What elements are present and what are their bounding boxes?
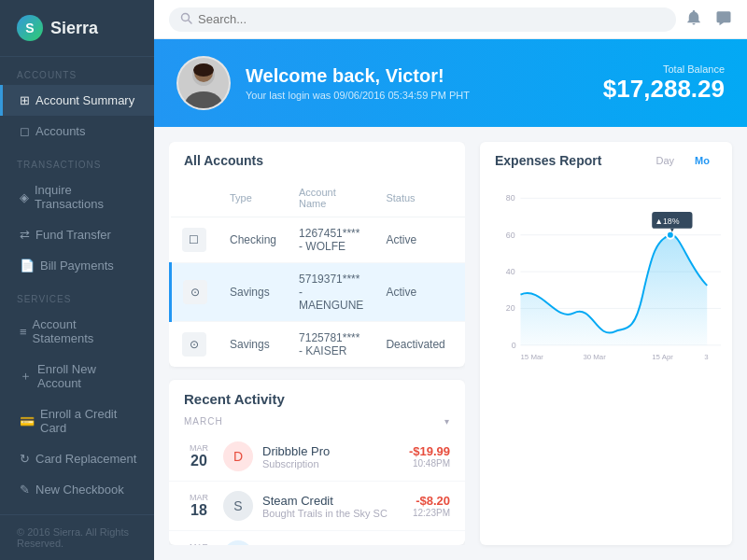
search-input[interactable] (198, 12, 366, 26)
account-currency-cell: USD (457, 263, 465, 322)
last-login-text: Your last login was 09/06/2016 05:34:59 … (246, 90, 588, 101)
credit-card-icon: 💳 (20, 414, 35, 428)
logo-area: S Sierra (0, 0, 154, 57)
sidebar-item-account-summary[interactable]: ⊞ Account Summary (0, 85, 154, 116)
sidebar-item-account-statements[interactable]: ≡ Account Statements (0, 309, 154, 354)
expenses-chart: 80 60 40 20 0 (491, 179, 721, 373)
account-type-cell: Savings (218, 263, 288, 322)
col-type: Type (218, 179, 288, 217)
nav-label-accounts: Accounts (0, 57, 154, 85)
account-status-cell: Active (374, 263, 456, 322)
svg-point-5 (193, 63, 214, 77)
sidebar-item-enroll-new-account[interactable]: ＋ Enroll New Account (0, 354, 154, 399)
content-area: All Accounts Type Account Name Status Cu… (154, 127, 747, 560)
activity-brand-icon: D (223, 441, 253, 471)
svg-text:0: 0 (512, 341, 516, 350)
enroll-account-icon: ＋ (20, 368, 32, 385)
svg-text:60: 60 (506, 231, 515, 240)
recent-activity-panel: Recent Activity MARCH▾ MAR 20 D Dribbble… (169, 380, 465, 545)
svg-point-6 (185, 91, 222, 108)
activity-section-label: MARCH▾ (169, 411, 465, 432)
activity-date: MAR 18 (184, 493, 214, 519)
activity-brand-icon: S (223, 491, 253, 521)
activity-sub: Bought Trails in the Sky SC (262, 508, 403, 519)
nav-label-services: Services (0, 281, 154, 309)
left-panel: All Accounts Type Account Name Status Cu… (169, 142, 465, 545)
account-type-icon: ⊙ (182, 332, 206, 357)
sidebar-item-enroll-credit-card[interactable]: 💳 Enroll a Credit Card (0, 399, 154, 443)
list-item[interactable]: MAR 12 A Apple Iphone SE Space Grey 64GB… (169, 531, 465, 545)
tab-day[interactable]: Day (649, 153, 683, 168)
sidebar-item-bill-payments[interactable]: 📄 Bill Payments (0, 250, 154, 281)
account-name-cell: 7125781**** - KAISER (288, 322, 374, 368)
sidebar-item-fund-transfer[interactable]: ⇄ Fund Transfer (0, 219, 154, 250)
sidebar: S Sierra Accounts ⊞ Account Summary ◻ Ac… (0, 0, 154, 560)
account-type-icon: ☐ (182, 228, 206, 252)
inquire-icon: ◈ (20, 190, 29, 204)
topbar (154, 0, 747, 39)
list-item[interactable]: MAR 18 S Steam Credit Bought Trails in t… (169, 482, 465, 531)
list-item[interactable]: MAR 20 D Dribbble Pro Subscription -$19.… (169, 432, 465, 482)
nav-label-transactions: Transactions (0, 147, 154, 175)
svg-text:15 Apr: 15 Apr (652, 353, 673, 361)
svg-text:▲18%: ▲18% (655, 217, 680, 226)
account-summary-icon: ⊞ (20, 93, 30, 107)
topbar-icons (685, 9, 732, 30)
checkbook-icon: ✎ (20, 483, 30, 497)
accounts-icon: ◻ (20, 124, 30, 138)
bill-icon: 📄 (20, 259, 35, 273)
table-row[interactable]: ☐ Checking 1267451**** - WOLFE Active US… (171, 217, 466, 263)
table-row[interactable]: ⊙ Savings 5719371**** - MAENGUNE Active … (171, 263, 466, 322)
col-account-name: Account Name (288, 179, 374, 217)
amount-value: -$8.20 (413, 494, 450, 508)
activity-sub: Subscription (262, 458, 400, 469)
user-avatar (176, 56, 231, 110)
expenses-title: Expenses Report (495, 153, 601, 168)
activity-amount: -$8.20 5:00AM (416, 543, 450, 545)
expenses-header: Expenses Report Day Mo (480, 142, 732, 179)
svg-text:40: 40 (506, 267, 515, 276)
dropdown-icon[interactable]: ▾ (444, 416, 450, 427)
messages-icon[interactable] (715, 9, 732, 30)
svg-text:80: 80 (506, 193, 515, 203)
balance-label: Total Balance (603, 63, 725, 75)
hero-text: Welcome back, Victor! Your last login wa… (246, 65, 588, 101)
account-icon-cell: ⊙ (171, 263, 219, 322)
activity-amount: -$19.99 10:48PM (409, 444, 450, 469)
activity-scroll[interactable]: MARCH▾ MAR 20 D Dribbble Pro Subscriptio… (169, 411, 465, 545)
amount-value: -$8.20 (416, 543, 450, 545)
tab-month[interactable]: Mo (687, 153, 717, 168)
account-name-cell: 5719371**** - MAENGUNE (288, 263, 374, 322)
svg-text:20: 20 (506, 303, 515, 313)
activity-name: Steam Credit (262, 494, 403, 508)
table-row[interactable]: ⊙ Savings 7125781**** - KAISER Deactivat… (171, 322, 466, 368)
sidebar-item-inquire-transactions[interactable]: ◈ Inquire Transactions (0, 175, 154, 219)
svg-text:3: 3 (704, 353, 709, 361)
account-currency-cell: USD (457, 322, 465, 368)
account-icon-cell: ☐ (171, 217, 219, 263)
activity-date: MAR 20 (184, 443, 214, 469)
sidebar-item-accounts[interactable]: ◻ Accounts (0, 116, 154, 147)
sidebar-item-card-replacement[interactable]: ↻ Card Replacement (0, 443, 154, 474)
transfer-icon: ⇄ (20, 228, 30, 242)
activity-amount: -$8.20 12:23PM (413, 494, 450, 518)
welcome-text: Welcome back, Victor! (246, 65, 588, 87)
balance-amount: $17,288.29 (603, 75, 725, 104)
activity-name: Dribbble Pro (262, 444, 400, 458)
account-status-cell: Deactivated (374, 322, 456, 368)
svg-line-1 (189, 20, 191, 22)
accounts-panel-title: All Accounts (169, 142, 465, 179)
logo-text: Sierra (50, 19, 98, 38)
notification-bell-icon[interactable] (685, 9, 702, 30)
card-replace-icon: ↻ (20, 452, 30, 466)
account-type-icon: ⊙ (183, 280, 207, 304)
svg-point-17 (667, 231, 674, 239)
activity-brand-icon: A (223, 540, 253, 545)
account-currency-cell: USD (457, 217, 465, 263)
logo-icon: S (17, 15, 43, 41)
sidebar-footer: © 2016 Sierra. All Rights Reserved. (0, 514, 154, 560)
nav-section-accounts: Accounts ⊞ Account Summary ◻ Accounts (0, 57, 154, 147)
sidebar-item-new-checkbook[interactable]: ✎ New Checkbook (0, 474, 154, 505)
amount-time: 10:48PM (409, 458, 450, 469)
expenses-panel: Expenses Report Day Mo 80 60 40 20 0 (480, 142, 732, 545)
